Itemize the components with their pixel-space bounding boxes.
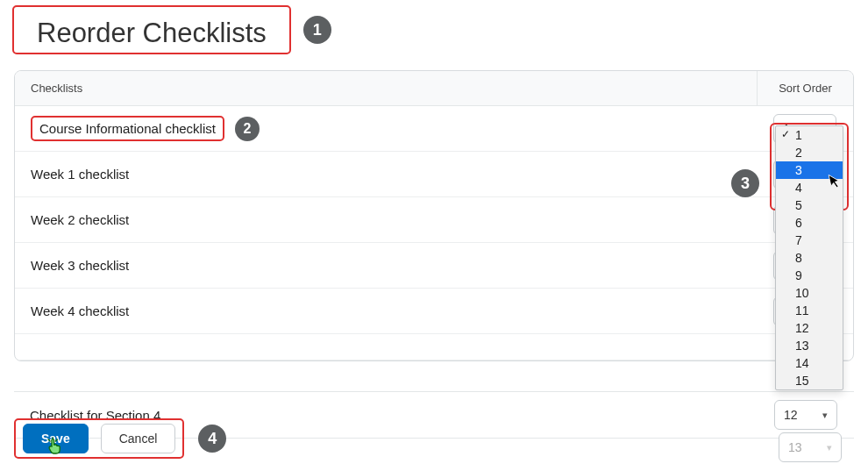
checklist-name-cell: Week 3 checklist xyxy=(15,249,757,282)
sort-order-select-disabled[interactable]: 13 ▾ xyxy=(779,432,842,462)
dropdown-option[interactable]: 7 xyxy=(776,232,843,249)
checklist-name-cell: Week 1 checklist xyxy=(15,158,757,190)
col-header-sort-order: Sort Order xyxy=(757,71,853,105)
callout-3-badge: 3 xyxy=(731,169,759,197)
dropdown-option[interactable]: 15 xyxy=(776,372,843,389)
page-title-highlight: Reorder Checklists xyxy=(12,5,291,54)
page-title: Reorder Checklists xyxy=(19,7,284,53)
callout-4-badge: 4 xyxy=(198,425,226,453)
gap xyxy=(0,361,868,391)
cancel-button-label: Cancel xyxy=(119,432,158,446)
table-row: Week 4 checklist 5 ▾ xyxy=(15,289,853,334)
table-row: Week 1 checklist 2 ▾ xyxy=(15,152,853,197)
title-row: Reorder Checklists 1 xyxy=(0,0,868,70)
dropdown-option[interactable]: 9 xyxy=(776,267,843,284)
checklist-name-cell: Week 2 checklist xyxy=(15,203,757,236)
buttons-highlight: Save Cancel xyxy=(14,418,184,459)
dropdown-option[interactable]: 2 xyxy=(776,144,843,161)
checklist-name-cell: Week 4 checklist xyxy=(15,295,757,327)
table-row: Course Informational checklist 2 1 ▾ xyxy=(15,106,853,152)
checklist-name-cell: Course Informational checklist 2 xyxy=(15,107,757,150)
reorder-table: Checklists Sort Order Course Information… xyxy=(14,70,854,361)
save-button-label: Save xyxy=(41,432,70,446)
cancel-button[interactable]: Cancel xyxy=(101,424,176,453)
sort-order-dropdown-open[interactable]: 123456789101112131415 xyxy=(775,125,843,390)
chevron-down-icon: ▾ xyxy=(827,442,832,453)
sort-order-select[interactable]: 12 ▾ xyxy=(774,400,837,430)
table-header: Checklists Sort Order xyxy=(15,71,853,106)
dropdown-option[interactable]: 3 xyxy=(776,161,843,179)
dropdown-option[interactable]: 4 xyxy=(776,179,843,196)
chevron-down-icon: ▾ xyxy=(822,410,828,421)
truncated-text xyxy=(15,339,853,356)
checklist-name-highlight: Course Informational checklist xyxy=(31,116,224,141)
save-button[interactable]: Save xyxy=(23,424,89,453)
dropdown-option[interactable]: 6 xyxy=(776,214,843,232)
table-row: Week 3 checklist 4 ▾ xyxy=(15,243,853,289)
stray-select-wrap: 13 ▾ xyxy=(779,432,842,462)
table-row: Week 2 checklist 3 ▾ xyxy=(15,197,853,243)
dropdown-option[interactable]: 10 xyxy=(776,284,843,302)
col-header-checklists: Checklists xyxy=(15,71,757,105)
dropdown-option[interactable]: 13 xyxy=(776,337,843,354)
sort-order-cell: 12 ▾ xyxy=(758,393,854,437)
callout-2-badge: 2 xyxy=(235,117,260,141)
dropdown-option[interactable]: 12 xyxy=(776,319,843,337)
callout-1-badge: 1 xyxy=(303,16,331,44)
footer-actions: Save Cancel 4 xyxy=(14,418,226,459)
dropdown-option[interactable]: 11 xyxy=(776,302,843,319)
select-value: 13 xyxy=(788,440,802,454)
table-row-truncated xyxy=(15,334,853,360)
dropdown-option[interactable]: 14 xyxy=(776,354,843,372)
select-value: 12 xyxy=(784,408,798,422)
dropdown-option[interactable]: 5 xyxy=(776,196,843,214)
dropdown-option[interactable]: 8 xyxy=(776,249,843,267)
dropdown-option[interactable]: 1 xyxy=(776,126,843,144)
